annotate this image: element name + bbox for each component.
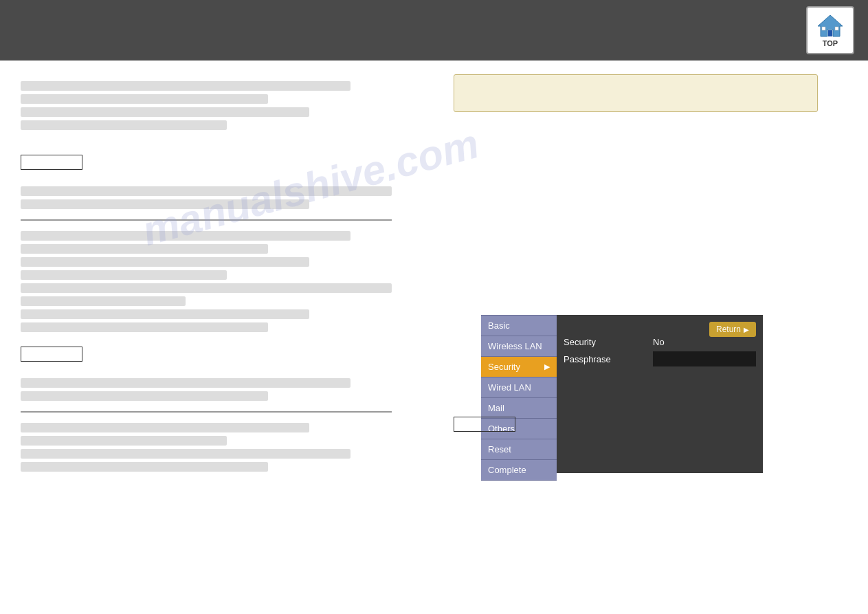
text-line-7 xyxy=(21,231,350,241)
text-line-13 xyxy=(21,309,309,319)
menu-item-mail-label: Mail xyxy=(488,403,504,413)
text-line-3 xyxy=(21,107,309,117)
bottom-small-box xyxy=(454,417,515,432)
menu-item-mail[interactable]: Mail xyxy=(481,398,557,419)
text-line-8 xyxy=(21,244,268,254)
text-line-19 xyxy=(21,449,350,459)
menu-item-wireless-lan-label: Wireless LAN xyxy=(488,341,542,351)
text-line-9 xyxy=(21,257,309,267)
menu-item-basic[interactable]: Basic xyxy=(481,315,557,336)
text-line-14 xyxy=(21,322,268,332)
security-arrow-icon: ▶ xyxy=(544,362,550,371)
passphrase-input[interactable] xyxy=(653,351,756,366)
menu-item-complete[interactable]: Complete xyxy=(481,460,557,481)
text-line-4 xyxy=(21,120,227,130)
text-line-16 xyxy=(21,391,268,401)
header: TOP xyxy=(0,0,868,61)
left-content xyxy=(21,81,433,472)
menu-item-wireless-lan[interactable]: Wireless LAN xyxy=(481,336,557,357)
top-label: TOP xyxy=(823,39,838,47)
small-box-2 xyxy=(21,347,82,362)
menu-item-security[interactable]: Security ▶ xyxy=(481,357,557,377)
text-line-10 xyxy=(21,270,227,280)
main-content: manualshive.com xyxy=(0,61,868,496)
text-line-20 xyxy=(21,462,268,472)
text-line-5 xyxy=(21,186,392,196)
menu-item-wired-lan-label: Wired LAN xyxy=(488,382,531,393)
divider-2 xyxy=(21,411,392,413)
text-line-15 xyxy=(21,378,350,388)
menu-item-complete-label: Complete xyxy=(488,465,526,475)
return-button[interactable]: Return ▶ xyxy=(709,322,756,337)
small-box-1 xyxy=(21,155,82,170)
bottom-box-area xyxy=(454,417,515,434)
return-label: Return xyxy=(716,325,741,334)
menu-item-reset-label: Reset xyxy=(488,444,511,454)
home-icon xyxy=(816,14,844,38)
submenu-security-row: Security No xyxy=(564,337,756,347)
menu-item-reset[interactable]: Reset xyxy=(481,439,557,460)
svg-rect-2 xyxy=(822,27,825,30)
submenu-security-value: No xyxy=(653,337,665,347)
text-line-2 xyxy=(21,94,268,104)
svg-rect-3 xyxy=(835,27,838,30)
menu-overlay: Basic Wireless LAN Security ▶ Wired LAN … xyxy=(481,315,557,481)
text-line-1 xyxy=(21,81,350,91)
text-line-11 xyxy=(21,283,392,293)
menu-item-basic-label: Basic xyxy=(488,320,510,331)
menu-item-wired-lan[interactable]: Wired LAN xyxy=(481,377,557,398)
submenu-passphrase-label: Passphrase xyxy=(564,354,653,364)
svg-rect-1 xyxy=(828,30,832,36)
text-line-12 xyxy=(21,296,186,306)
submenu-panel: Return ▶ Security No Passphrase xyxy=(557,315,763,473)
text-line-17 xyxy=(21,423,309,432)
return-arrow-icon: ▶ xyxy=(744,326,749,333)
text-line-18 xyxy=(21,436,227,446)
submenu-security-label: Security xyxy=(564,337,653,347)
info-box xyxy=(454,74,818,112)
text-line-6 xyxy=(21,199,309,209)
top-icon[interactable]: TOP xyxy=(806,6,854,54)
submenu-passphrase-row: Passphrase xyxy=(564,351,756,366)
divider-1 xyxy=(21,219,392,221)
menu-list: Basic Wireless LAN Security ▶ Wired LAN … xyxy=(481,315,557,481)
menu-item-security-label: Security xyxy=(488,362,520,372)
